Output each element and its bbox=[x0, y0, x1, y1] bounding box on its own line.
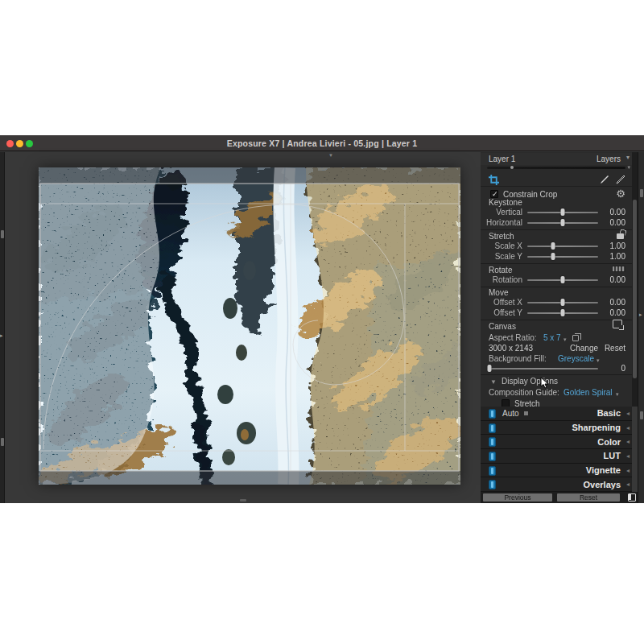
brush-edit-icon[interactable] bbox=[616, 175, 625, 184]
basic-enable-toggle[interactable] bbox=[489, 409, 496, 419]
scale-y-slider-row: Scale Y 1.00 bbox=[481, 251, 632, 262]
panel-row-basic[interactable]: Auto Basic ◂ bbox=[481, 407, 632, 421]
slider-label: Scale X bbox=[481, 241, 522, 251]
slider-thumb[interactable] bbox=[561, 309, 565, 316]
display-options-collapse-icon[interactable]: ▼ bbox=[490, 378, 497, 386]
left-strip-handle[interactable] bbox=[1, 230, 4, 238]
opacity-thumb[interactable] bbox=[510, 166, 514, 169]
crop-tool-icon[interactable] bbox=[489, 175, 499, 185]
slider-thumb[interactable] bbox=[551, 242, 555, 250]
rotation-slider[interactable] bbox=[527, 279, 598, 281]
mouse-cursor bbox=[540, 377, 549, 390]
slider-label: Horizontal bbox=[481, 217, 522, 228]
panel-row-lut[interactable]: LUT ◂ bbox=[481, 449, 632, 464]
vertical-slider[interactable] bbox=[527, 212, 598, 213]
expand-left-icon[interactable]: ◂ bbox=[626, 438, 630, 445]
auto-menu-icon[interactable] bbox=[524, 411, 528, 415]
left-panel-collapsed-strip[interactable]: ▸ bbox=[0, 152, 5, 503]
right-panel-expand-icon[interactable]: ▸ bbox=[639, 312, 642, 318]
stretch-unlock-icon[interactable] bbox=[617, 233, 624, 239]
scale-x-slider[interactable] bbox=[527, 246, 598, 247]
overlays-enable-toggle[interactable] bbox=[489, 480, 496, 489]
slider-thumb[interactable] bbox=[551, 253, 555, 260]
filmstrip-collapse-top-icon[interactable]: ▼ bbox=[328, 153, 333, 158]
slider-value: 1.00 bbox=[610, 241, 625, 251]
photo-snowy-forest-aerial[interactable] bbox=[39, 167, 460, 485]
keystone-section-title: Keystone bbox=[489, 198, 522, 207]
panel-row-color[interactable]: Color ◂ bbox=[481, 435, 632, 449]
expand-left-icon[interactable]: ◂ bbox=[626, 424, 630, 431]
panel-layout-icon[interactable] bbox=[628, 493, 636, 502]
crop-settings-gear-icon[interactable]: ⚙ bbox=[616, 189, 625, 199]
image-canvas[interactable]: ▼ bbox=[6, 152, 479, 503]
right-panel-collapsed-strip[interactable]: ▸ bbox=[638, 152, 644, 503]
panel-scrollbar-thumb[interactable] bbox=[633, 200, 637, 378]
canvas-size-icon[interactable] bbox=[613, 320, 622, 328]
composition-guide-value[interactable]: Golden Spiral bbox=[564, 387, 613, 398]
layers-header[interactable]: Layer 1 Layers ▾ bbox=[481, 153, 632, 165]
expand-left-icon[interactable]: ◂ bbox=[626, 481, 630, 488]
layer-name: Layer 1 bbox=[489, 153, 515, 165]
aspect-ratio-value[interactable]: 5 x 7 bbox=[543, 332, 561, 343]
pencil-edit-icon[interactable] bbox=[600, 175, 609, 184]
swap-aspect-icon[interactable] bbox=[572, 335, 579, 341]
opacity-dropdown-icon[interactable]: ▾ bbox=[627, 164, 630, 171]
right-strip-handle[interactable] bbox=[640, 411, 643, 419]
display-options-title[interactable]: Display Options bbox=[502, 377, 558, 386]
expand-left-icon[interactable]: ◂ bbox=[626, 467, 630, 474]
layer-opacity-slider[interactable] bbox=[487, 167, 625, 169]
effects-panel-list: Auto Basic ◂ Sharpening ◂ Color ◂ LUT ◂ … bbox=[481, 407, 632, 492]
panel-row-vignette[interactable]: Vignette ◂ bbox=[481, 464, 632, 478]
vignette-enable-toggle[interactable] bbox=[489, 466, 496, 476]
canvas-section-title: Canvas bbox=[489, 322, 516, 331]
slider-thumb[interactable] bbox=[561, 276, 565, 283]
slider-value: 0.00 bbox=[610, 275, 625, 285]
slider-thumb[interactable] bbox=[561, 299, 565, 306]
filmstrip-collapse-bottom-handle[interactable] bbox=[240, 499, 246, 502]
horizontal-slider[interactable] bbox=[527, 222, 598, 224]
slider-thumb[interactable] bbox=[561, 208, 565, 216]
color-enable-toggle[interactable] bbox=[489, 437, 496, 447]
panel-row-sharpening[interactable]: Sharpening ◂ bbox=[481, 421, 632, 436]
offset-x-slider[interactable] bbox=[527, 302, 598, 303]
left-strip-handle[interactable] bbox=[1, 438, 4, 446]
slider-thumb[interactable] bbox=[488, 365, 492, 372]
panel-label: Sharpening bbox=[572, 421, 621, 435]
rotation-slider-row: Rotation 0.00 bbox=[481, 275, 632, 285]
slider-value: 0.00 bbox=[610, 308, 625, 318]
lut-enable-toggle[interactable] bbox=[489, 452, 496, 461]
sharpening-enable-toggle[interactable] bbox=[489, 423, 496, 433]
crop-dim-top bbox=[39, 167, 460, 184]
previous-button[interactable]: Previous bbox=[483, 493, 552, 502]
keystone-horizontal-slider-row: Horizontal 0.00 bbox=[481, 217, 632, 228]
expand-left-icon[interactable]: ◂ bbox=[626, 410, 630, 417]
slider-label: Scale Y bbox=[481, 251, 522, 262]
move-section-title: Move bbox=[489, 288, 508, 297]
reset-canvas-button[interactable]: Reset bbox=[605, 343, 625, 353]
panel-row-overlays[interactable]: Overlays ◂ bbox=[481, 477, 632, 492]
aspect-ratio-row: Aspect Ratio: 5 x 7 ▾ bbox=[481, 332, 632, 343]
rotate-section-title: Rotate bbox=[489, 266, 512, 275]
reset-button[interactable]: Reset bbox=[557, 493, 620, 502]
layers-menu[interactable]: Layers bbox=[597, 153, 621, 165]
slider-value: 0.00 bbox=[610, 297, 625, 308]
panel-label: Overlays bbox=[584, 477, 621, 491]
slider-thumb[interactable] bbox=[561, 219, 565, 226]
expand-left-icon[interactable]: ◂ bbox=[626, 452, 630, 460]
panel-scrollbar[interactable] bbox=[632, 152, 638, 407]
slider-value: 0 bbox=[621, 363, 625, 374]
left-panel-expand-icon[interactable]: ▸ bbox=[0, 332, 3, 339]
right-strip-handle[interactable] bbox=[640, 189, 643, 197]
offset-y-slider[interactable] bbox=[527, 312, 598, 314]
fill-amount-slider[interactable] bbox=[489, 368, 598, 369]
auto-label[interactable]: Auto bbox=[502, 409, 519, 418]
slider-label: Vertical bbox=[481, 207, 522, 217]
constrain-crop-checkbox[interactable] bbox=[490, 190, 498, 198]
panel-label: Basic bbox=[597, 407, 621, 420]
stretch-section-title: Stretch bbox=[489, 232, 514, 241]
straighten-level-icon[interactable] bbox=[612, 266, 625, 272]
layers-menu-arrow-icon[interactable]: ▾ bbox=[626, 154, 630, 161]
scale-y-slider[interactable] bbox=[527, 256, 598, 258]
change-button[interactable]: Change bbox=[570, 343, 598, 353]
slider-value: 1.00 bbox=[610, 251, 625, 262]
